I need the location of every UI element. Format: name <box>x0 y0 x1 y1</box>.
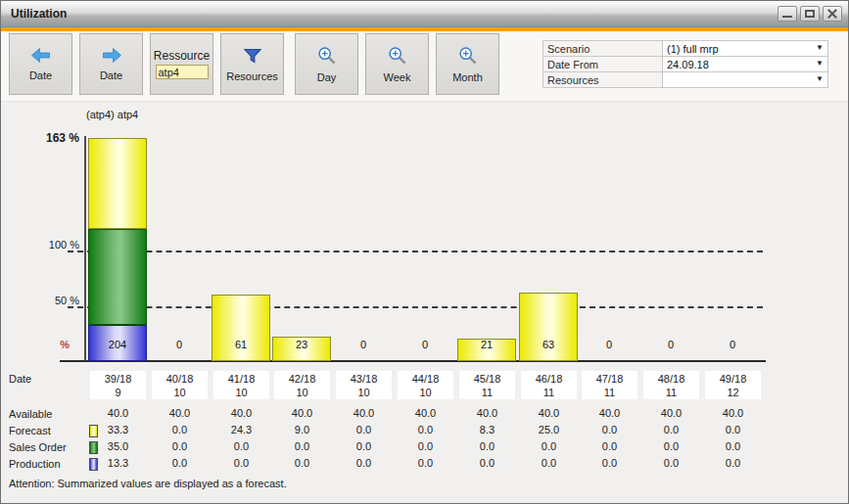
table-cell-available: 40.0 <box>705 407 761 421</box>
date-week: 42/18 <box>274 372 330 386</box>
table-cell-forecast: 0.0 <box>152 424 208 437</box>
table-cell-available: 40.0 <box>521 407 577 421</box>
table-cell-sales-order: 0.0 <box>643 440 699 454</box>
table-cell-production: 0.0 <box>274 457 330 471</box>
date-month: 10 <box>152 386 208 399</box>
bar-value-label: 0 <box>334 339 393 350</box>
x-axis-line <box>60 360 766 362</box>
date-week: 49/18 <box>705 372 761 386</box>
table-cell-sales-order: 0.0 <box>336 440 392 454</box>
bar-value-label: 0 <box>396 339 454 350</box>
table-cell-available: 40.0 <box>213 407 269 421</box>
date-week: 39/18 <box>90 372 146 386</box>
date-month: 12 <box>705 386 761 399</box>
table-cell-production: 0.0 <box>643 457 699 471</box>
table-cell-available: 40.0 <box>459 407 515 421</box>
date-week: 43/18 <box>336 372 392 386</box>
bar-value-label: 21 <box>457 339 516 350</box>
date-cell: 39/189 <box>90 371 146 399</box>
date-week: 45/18 <box>459 372 515 386</box>
available-row-label: Available <box>9 408 52 422</box>
bar-segment-forecast <box>212 295 270 361</box>
table-cell-forecast: 25.0 <box>521 424 577 437</box>
date-cell: 43/1810 <box>336 371 392 399</box>
table-cell-sales-order: 0.0 <box>521 440 577 454</box>
table-cell-production: 13.3 <box>90 457 146 471</box>
table-cell-sales-order: 0.0 <box>152 440 208 454</box>
date-week: 40/18 <box>152 372 208 386</box>
percent-row-label: % <box>50 339 70 350</box>
date-week: 41/18 <box>213 372 269 386</box>
table-cell-available: 40.0 <box>90 407 146 421</box>
table-cell-sales-order: 0.0 <box>705 440 761 454</box>
bar-value-label: 0 <box>580 339 638 350</box>
chart-title: (atp4) atp4 <box>86 109 138 120</box>
table-cell-forecast: 0.0 <box>582 424 637 437</box>
date-cell: 41/1810 <box>213 371 269 399</box>
date-cell: 44/1810 <box>398 371 453 399</box>
date-month: 10 <box>398 386 453 399</box>
date-month: 11 <box>521 386 577 399</box>
table-cell-sales-order: 0.0 <box>274 440 330 454</box>
table-cell-forecast: 0.0 <box>643 424 699 437</box>
production-row-label: Production <box>9 458 61 472</box>
table-cell-available: 40.0 <box>274 407 330 421</box>
table-cell-forecast: 0.0 <box>336 424 392 437</box>
bar-segment-forecast <box>519 293 578 361</box>
table-cell-forecast: 0.0 <box>398 424 453 437</box>
table-cell-sales-order: 0.0 <box>398 440 453 454</box>
table-cell-sales-order: 0.0 <box>213 440 269 454</box>
date-month: 11 <box>582 386 637 399</box>
date-month: 11 <box>459 386 515 399</box>
table-cell-available: 40.0 <box>398 407 453 421</box>
table-cell-available: 40.0 <box>582 407 637 421</box>
gridline-100pct <box>68 251 763 252</box>
bar-value-label: 0 <box>641 339 700 350</box>
y-axis-max-label: 163 % <box>34 131 79 145</box>
bar-value-label: 23 <box>272 339 331 350</box>
table-cell-available: 40.0 <box>643 407 699 421</box>
table-cell-production: 0.0 <box>152 457 208 471</box>
table-cell-available: 40.0 <box>152 407 208 421</box>
date-cell: 42/1810 <box>274 371 330 399</box>
date-month: 10 <box>213 386 269 399</box>
table-cell-sales-order: 0.0 <box>582 440 637 454</box>
table-cell-production: 0.0 <box>336 457 392 471</box>
date-cell: 48/1811 <box>643 371 699 399</box>
date-week: 47/18 <box>582 372 637 386</box>
table-cell-available: 40.0 <box>336 407 392 421</box>
attention-note: Attention: Summarized values are display… <box>9 478 287 489</box>
table-cell-production: 0.0 <box>705 457 761 471</box>
date-week: 48/18 <box>643 372 699 386</box>
table-cell-production: 0.0 <box>398 457 453 471</box>
table-cell-forecast: 33.3 <box>90 424 146 437</box>
table-cell-sales-order: 35.0 <box>90 440 146 454</box>
date-week: 44/18 <box>398 372 453 386</box>
date-month: 9 <box>90 386 146 399</box>
y-axis-50-label: 50 % <box>34 295 79 306</box>
date-month: 10 <box>274 386 330 399</box>
forecast-row-label: Forecast <box>9 425 51 438</box>
table-cell-forecast: 24.3 <box>213 424 269 437</box>
table-cell-forecast: 0.0 <box>705 424 761 437</box>
date-month: 11 <box>643 386 699 399</box>
table-cell-forecast: 8.3 <box>459 424 515 437</box>
gridline-50pct <box>68 306 763 308</box>
table-cell-sales-order: 0.0 <box>459 440 515 454</box>
table-cell-production: 0.0 <box>582 457 637 471</box>
bar-segment-sales-order <box>88 229 147 325</box>
bar-value-label: 61 <box>212 339 270 350</box>
date-cell: 45/1811 <box>459 371 515 399</box>
date-cell: 46/1811 <box>521 371 577 399</box>
sales-order-row-label: Sales Order <box>9 441 67 455</box>
date-cell: 47/1811 <box>582 371 637 399</box>
date-month: 10 <box>336 386 392 399</box>
date-cell: 40/1810 <box>152 371 208 399</box>
utilization-window: Utilization Date Date Ressource Re <box>0 0 849 504</box>
bar-value-label: 63 <box>519 339 578 350</box>
y-axis-line <box>84 136 86 361</box>
y-axis-100-label: 100 % <box>34 239 79 251</box>
table-cell-production: 0.0 <box>213 457 269 471</box>
bar-value-label: 0 <box>703 339 762 350</box>
table-cell-production: 0.0 <box>521 457 577 471</box>
